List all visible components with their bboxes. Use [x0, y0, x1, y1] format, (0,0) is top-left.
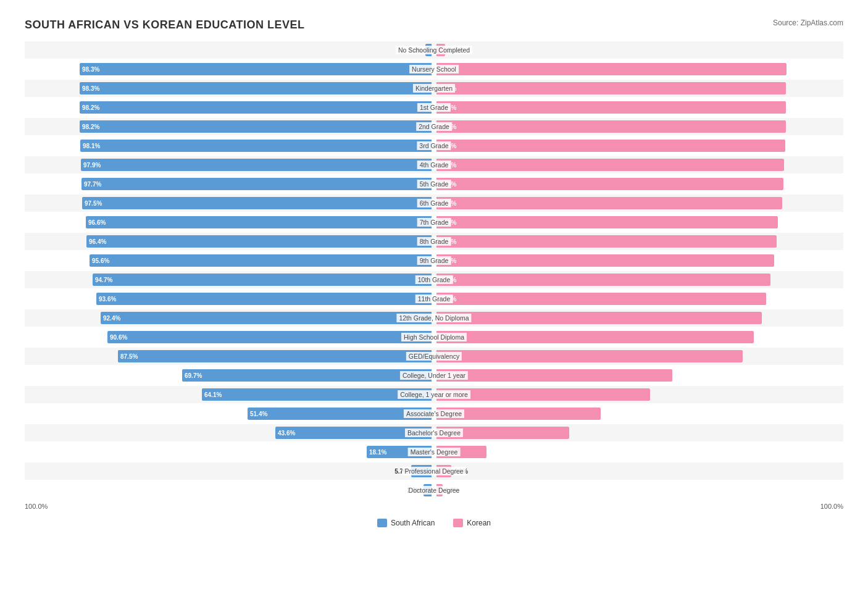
bar-row: 18.1% Master's Degree 14.0% [25, 443, 843, 461]
right-section: 1.7% [434, 482, 843, 498]
bar-label: Associate's Degree [404, 409, 464, 418]
bar-row: 93.6% 11th Grade 92.1% [25, 290, 843, 307]
legend-color-korean [453, 519, 463, 527]
left-section: 64.1% [25, 387, 434, 403]
bar-left: 92.4% [101, 312, 432, 324]
bar-left: 96.4% [86, 235, 432, 248]
bar-right: 93.2% [436, 274, 770, 286]
bar-label: 1st Grade [417, 103, 451, 112]
bar-right: 95.3% [436, 216, 778, 228]
right-section: 97.6% [434, 80, 843, 96]
left-section: 98.3% [25, 80, 434, 96]
bar-row: 97.7% 5th Grade 96.9% [25, 175, 843, 193]
left-value: 93.6% [96, 296, 116, 303]
bar-label: 11th Grade [415, 295, 453, 303]
left-section: 98.3% [25, 61, 434, 77]
bar-left: 69.7% [182, 369, 432, 382]
left-value: 98.3% [80, 85, 99, 92]
left-value: 51.4% [248, 411, 267, 417]
right-section: 59.7% [434, 387, 843, 403]
left-section: 94.7% [25, 272, 434, 288]
bar-label: Bachelor's Degree [405, 429, 463, 437]
bar-left: 97.7% [81, 178, 432, 190]
chart-body: 1.8% No Schooling Completed 2.4% 98.3% N… [25, 41, 843, 499]
left-value: 98.2% [80, 123, 99, 130]
left-value: 43.6% [275, 430, 295, 437]
bar-right: 95.0% [436, 235, 777, 248]
right-section: 37.0% [434, 425, 843, 441]
right-section: 94.3% [434, 253, 843, 269]
bar-row: 96.4% 8th Grade 95.0% [25, 233, 843, 250]
left-value: 96.6% [86, 219, 106, 226]
bar-label: Nursery School [409, 65, 459, 73]
left-section: 87.5% [25, 348, 434, 364]
bar-right: 85.6% [436, 350, 743, 362]
bar-label: 7th Grade [417, 218, 451, 227]
bar-row: 64.1% College, 1 year or more 59.7% [25, 386, 843, 403]
left-section: 92.4% [25, 310, 434, 326]
right-section: 45.8% [434, 406, 843, 422]
right-section: 97.5% [434, 119, 843, 135]
bar-right: 94.3% [436, 254, 774, 267]
bar-right: 97.6% [436, 101, 786, 114]
chart-source: Source: ZipAtlas.com [773, 19, 843, 27]
left-section: 1.8% [25, 42, 434, 58]
right-section: 93.2% [434, 272, 843, 288]
bar-row: 98.2% 1st Grade 97.6% [25, 99, 843, 116]
right-section: 97.4% [434, 138, 843, 154]
bar-label: GED/Equivalency [406, 352, 462, 361]
left-value: 97.9% [81, 162, 101, 169]
bar-label: Professional Degree [402, 467, 465, 475]
left-value: 69.7% [182, 372, 202, 379]
left-value: 90.6% [107, 334, 127, 341]
left-section: 43.6% [25, 425, 434, 441]
bar-label: Kindergarten [413, 84, 455, 93]
bar-right: 65.9% [436, 369, 672, 382]
bar-row: 97.5% 6th Grade 96.6% [25, 194, 843, 212]
left-value: 64.1% [202, 391, 222, 398]
bar-row: 2.3% Doctorate Degree 1.7% [25, 482, 843, 499]
left-section: 69.7% [25, 367, 434, 383]
bar-left: 87.5% [118, 350, 432, 362]
right-section: 88.6% [434, 329, 843, 345]
right-section: 92.1% [434, 291, 843, 307]
bar-label: High School Diploma [401, 333, 467, 341]
bar-right: 96.9% [436, 178, 783, 190]
left-section: 98.2% [25, 99, 434, 115]
bar-left: 98.2% [80, 101, 432, 114]
left-value: 87.5% [118, 353, 138, 360]
bar-row: 98.1% 3rd Grade 97.4% [25, 137, 843, 154]
left-section: 51.4% [25, 406, 434, 422]
left-value: 92.4% [101, 315, 120, 322]
bar-label: No Schooling Completed [396, 46, 472, 54]
bar-right: 97.5% [436, 120, 786, 133]
legend: South African Korean [25, 519, 843, 527]
bar-label: 4th Grade [417, 161, 451, 169]
bar-row: 51.4% Associate's Degree 45.8% [25, 405, 843, 422]
bar-label: 12th Grade, No Diploma [396, 314, 471, 322]
bar-left: 98.1% [80, 140, 432, 152]
bar-row: 43.6% Bachelor's Degree 37.0% [25, 424, 843, 441]
bar-left: 97.9% [81, 159, 432, 171]
bar-left: 97.5% [82, 197, 432, 209]
bar-label: 8th Grade [417, 237, 451, 246]
left-value: 97.7% [81, 181, 101, 188]
chart-title: SOUTH AFRICAN VS KOREAN EDUCATION LEVEL [25, 19, 305, 31]
axis-labels: 100.0% 100.0% [25, 503, 843, 510]
legend-korean: Korean [453, 519, 491, 527]
bar-row: 98.3% Kindergarten 97.6% [25, 80, 843, 97]
right-section: 95.0% [434, 233, 843, 249]
right-section: 90.8% [434, 310, 843, 326]
bar-right: 96.6% [436, 197, 782, 209]
bar-right: 97.1% [436, 159, 784, 171]
left-section: 96.6% [25, 214, 434, 230]
bar-row: 97.9% 4th Grade 97.1% [25, 156, 843, 173]
right-section: 97.6% [434, 99, 843, 115]
left-section: 98.2% [25, 119, 434, 135]
bar-label: Master's Degree [408, 448, 461, 456]
right-section: 2.4% [434, 42, 843, 58]
bar-label: 3rd Grade [417, 141, 451, 150]
bar-label: 5th Grade [417, 180, 451, 188]
left-section: 18.1% [25, 444, 434, 460]
right-section: 96.9% [434, 176, 843, 192]
